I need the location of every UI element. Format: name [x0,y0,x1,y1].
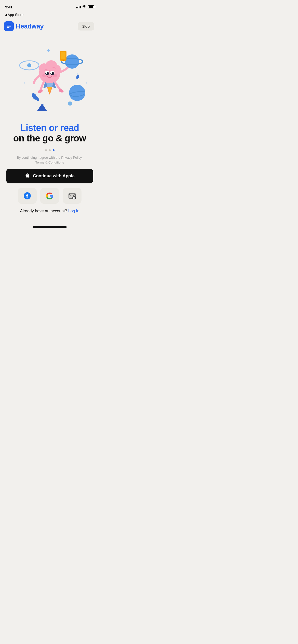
dot-2[interactable] [49,149,51,151]
hero-illustration [9,37,90,119]
social-buttons: ✉ [6,188,93,204]
home-indicator [0,221,99,230]
skip-button[interactable]: Skip [78,22,94,31]
battery-icon [88,5,94,8]
app-header: Headway Skip [0,19,99,34]
signal-icon [76,5,81,8]
google-button[interactable] [40,188,59,204]
facebook-button[interactable] [18,188,37,204]
home-bar [33,226,67,228]
svg-point-8 [68,101,72,106]
back-nav[interactable]: ◀ App Store [5,12,23,17]
status-icons [76,5,94,9]
app-logo-icon [4,21,14,31]
terms-conditions-link[interactable]: Terms & Conditions [35,160,64,164]
email-button[interactable]: ✉ [63,188,82,204]
terms-text: By continuing I agree with the Privacy P… [6,155,93,165]
svg-point-15 [63,60,64,61]
bottom-section: By continuing I agree with the Privacy P… [0,155,99,221]
back-label: App Store [8,13,23,17]
carousel-dots [0,144,99,155]
nav-row: ◀ App Store [0,12,99,19]
terms-prefix: By continuing I agree with the [17,156,61,159]
logo-container: Headway [4,21,44,31]
dot-1[interactable] [45,149,47,151]
svg-point-31 [46,72,47,74]
dot-3[interactable] [53,149,55,151]
illustration-container [0,34,99,120]
svg-point-11 [76,74,80,79]
wifi-icon [82,5,86,9]
status-time: 9:41 [5,5,12,9]
svg-point-4 [27,63,31,67]
apple-button-label: Continue with Apple [33,173,75,179]
svg-marker-12 [37,104,47,111]
back-arrow-icon: ◀ [5,13,7,17]
app-name: Headway [16,22,44,30]
headline-line2: on the go & grow [8,133,92,143]
text-section: Listen or read on the go & grow [0,120,99,144]
headline-line1: Listen or read [8,123,92,133]
svg-rect-0 [7,25,11,25]
svg-rect-1 [7,26,11,27]
svg-rect-2 [7,27,9,28]
apple-logo-icon [25,172,30,179]
svg-point-5 [65,54,79,69]
login-link[interactable]: Log in [68,209,79,213]
status-bar: 9:41 [0,0,99,12]
svg-rect-14 [61,52,65,59]
login-prompt: Already have an account? Log in [6,209,93,213]
login-prompt-text: Already have an account? [20,209,67,213]
privacy-policy-link[interactable]: Privacy Policy, [61,156,83,159]
svg-point-32 [51,72,52,74]
continue-with-apple-button[interactable]: Continue with Apple [6,169,93,183]
svg-text:✉: ✉ [73,197,75,199]
